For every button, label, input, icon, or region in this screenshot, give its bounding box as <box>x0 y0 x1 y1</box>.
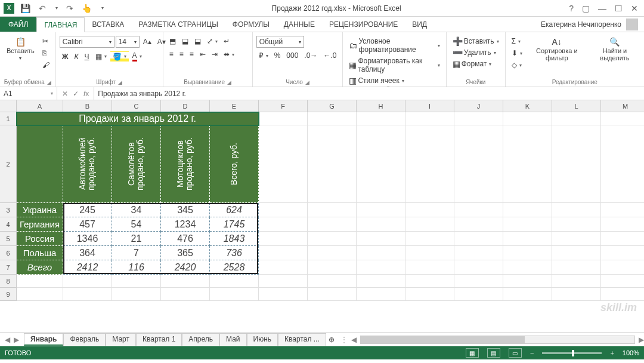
decrease-indent-icon[interactable]: ⇤ <box>197 49 208 60</box>
paste-button[interactable]: 📋 Вставить ▾ <box>4 36 38 63</box>
sheet-tab-2[interactable]: Март <box>106 333 136 346</box>
table-cell-r3-c3[interactable]: 736 <box>210 246 259 260</box>
merge-button[interactable]: ⬌ <box>221 49 237 60</box>
align-right-icon[interactable]: ≡ <box>187 49 196 60</box>
select-all-corner[interactable] <box>0 100 17 112</box>
cell-L3[interactable] <box>552 203 601 217</box>
sheet-tab-5[interactable]: Май <box>219 333 247 346</box>
cell-J1[interactable] <box>454 112 503 125</box>
table-cell-r0-c0[interactable]: 245 <box>63 203 112 217</box>
tab-page-layout[interactable]: РАЗМЕТКА СТРАНИЦЫ <box>131 17 225 32</box>
fill-color-button[interactable]: 🪣 <box>110 51 129 62</box>
sheet-nav-next-icon[interactable]: ▶ <box>14 336 19 344</box>
row-header-1[interactable]: 1 <box>0 112 17 125</box>
sheet-tab-0[interactable]: Январь <box>24 333 63 346</box>
table-cell-r1-c3[interactable]: 1745 <box>210 217 259 232</box>
cell-G8[interactable] <box>308 275 357 288</box>
col-header-G[interactable]: G <box>308 100 357 112</box>
insert-cells-button[interactable]: ➕Вставить <box>450 36 501 47</box>
sort-filter-button[interactable]: A↓ Сортировка и фильтр <box>527 36 587 63</box>
cell-H2[interactable] <box>357 125 405 203</box>
cell-K5[interactable] <box>503 232 552 246</box>
cell-H3[interactable] <box>357 203 405 217</box>
cell-M8[interactable] <box>601 275 644 288</box>
cell-H6[interactable] <box>357 246 405 260</box>
horizontal-scrollbar[interactable] <box>360 336 635 344</box>
cell-D9[interactable] <box>161 288 210 301</box>
tab-home[interactable]: ГЛАВНАЯ <box>36 17 85 32</box>
alignment-launcher[interactable]: ◢ <box>227 79 231 85</box>
cell-L5[interactable] <box>552 232 601 246</box>
autosum-button[interactable]: Σ <box>509 36 525 47</box>
ribbon-display-icon[interactable]: ▢ <box>582 4 590 13</box>
tab-data[interactable]: ДАННЫЕ <box>277 17 322 32</box>
cell-K6[interactable] <box>503 246 552 260</box>
cut-icon[interactable]: ✂ <box>40 36 52 47</box>
view-page-break-icon[interactable]: ▭ <box>509 348 522 358</box>
cell-L7[interactable] <box>552 260 601 275</box>
cell-M9[interactable] <box>601 288 644 301</box>
cell-M2[interactable] <box>601 125 644 203</box>
row-header-8[interactable]: 8 <box>0 275 17 288</box>
cell-L4[interactable] <box>552 217 601 232</box>
sheet-tab-3[interactable]: Квартал 1 <box>136 333 182 346</box>
qat-customize[interactable] <box>98 4 106 12</box>
tab-insert[interactable]: ВСТАВКА <box>85 17 131 32</box>
row-header-9[interactable]: 9 <box>0 288 17 301</box>
col-header-B[interactable]: B <box>63 100 112 112</box>
sheet-nav-prev-icon[interactable]: ◀ <box>5 336 10 344</box>
cell-G4[interactable] <box>308 217 357 232</box>
cell-F3[interactable] <box>259 203 308 217</box>
cell-M5[interactable] <box>601 232 644 246</box>
new-sheet-button[interactable]: ⊕ <box>326 334 337 345</box>
cell-F2[interactable] <box>259 125 308 203</box>
save-icon[interactable]: 💾 <box>18 2 33 14</box>
table-cell-r1-c1[interactable]: 54 <box>112 217 161 232</box>
cell-styles-button[interactable]: ▥Стили ячеек <box>346 75 406 86</box>
fx-icon[interactable]: fx <box>83 90 89 98</box>
cancel-formula-icon[interactable]: ✕ <box>62 90 68 98</box>
table-cell-r2-c1[interactable]: 21 <box>112 232 161 246</box>
cell-F8[interactable] <box>259 275 308 288</box>
undo-dropdown[interactable] <box>52 4 60 12</box>
undo-icon[interactable]: ↶ <box>36 2 48 14</box>
cell-G1[interactable] <box>308 112 357 125</box>
table-row-header-1[interactable]: Германия <box>17 217 63 232</box>
table-cell-r2-c0[interactable]: 1346 <box>63 232 112 246</box>
table-row-header-2[interactable]: Россия <box>17 232 63 246</box>
cell-C8[interactable] <box>112 275 161 288</box>
font-color-button[interactable]: A <box>130 50 144 63</box>
cell-I3[interactable] <box>405 203 454 217</box>
cell-F9[interactable] <box>259 288 308 301</box>
find-select-button[interactable]: 🔍 Найти и выделить <box>589 36 640 63</box>
tab-review[interactable]: РЕЦЕНЗИРОВАНИЕ <box>322 17 405 32</box>
table-cell-r4-c0[interactable]: 2412 <box>63 260 112 275</box>
cell-M4[interactable] <box>601 217 644 232</box>
cell-A9[interactable] <box>17 288 63 301</box>
cell-K3[interactable] <box>503 203 552 217</box>
table-cell-r1-c0[interactable]: 457 <box>63 217 112 232</box>
redo-icon[interactable]: ↷ <box>64 2 76 14</box>
hscroll-left-icon[interactable]: ◀ <box>351 336 357 344</box>
help-icon[interactable]: ? <box>569 4 574 13</box>
border-button[interactable]: ▦ <box>93 51 109 62</box>
table-cell-r0-c1[interactable]: 34 <box>112 203 161 217</box>
col-header-M[interactable]: M <box>601 100 644 112</box>
copy-icon[interactable]: ⎘ <box>40 48 52 59</box>
format-cells-button[interactable]: ▦Формат <box>450 59 494 69</box>
align-bottom-icon[interactable]: ⬓ <box>192 36 203 47</box>
table-col-header-0[interactable]: Автомобилей продано, руб. <box>63 125 112 203</box>
row-header-6[interactable]: 6 <box>0 246 17 260</box>
table-cell-r3-c1[interactable]: 7 <box>112 246 161 260</box>
row-header-5[interactable]: 5 <box>0 232 17 246</box>
table-cell-r3-c0[interactable]: 364 <box>63 246 112 260</box>
cell-J6[interactable] <box>454 246 503 260</box>
tab-view[interactable]: ВИД <box>405 17 434 32</box>
cell-E8[interactable] <box>210 275 259 288</box>
row-header-4[interactable]: 4 <box>0 217 17 232</box>
font-name-select[interactable]: Calibri▾ <box>60 36 114 48</box>
cell-F4[interactable] <box>259 217 308 232</box>
conditional-formatting-button[interactable]: 🗂Условное форматирование <box>346 36 442 55</box>
cell-H9[interactable] <box>357 288 405 301</box>
cell-I7[interactable] <box>405 260 454 275</box>
